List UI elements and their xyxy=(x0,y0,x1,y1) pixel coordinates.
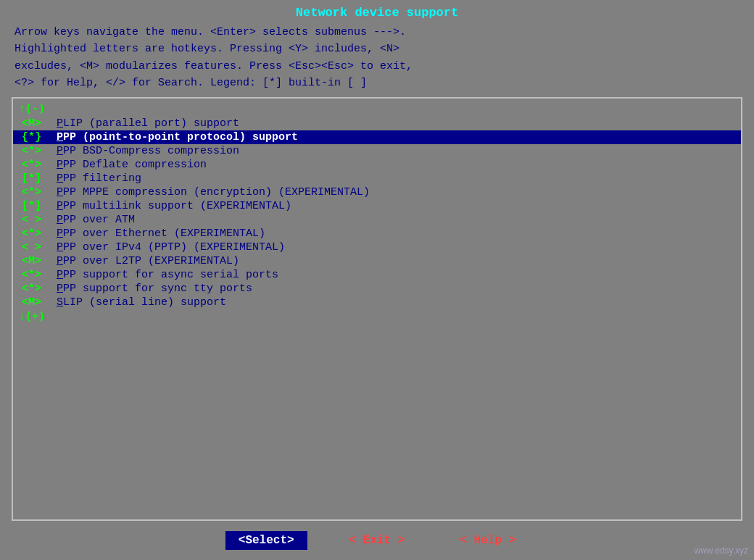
header-area: Network device support Arrow keys naviga… xyxy=(0,0,754,94)
item-label: PPP MPPE compression (encryption) (EXPER… xyxy=(57,186,370,198)
item-label: PPP Deflate compression xyxy=(57,159,207,171)
menu-item[interactable]: <M>SLIP (serial line) support xyxy=(13,296,741,309)
item-label: PPP support for sync tty ports xyxy=(57,283,252,295)
item-marker: <*> xyxy=(22,159,57,171)
menu-item[interactable]: <M>PLIP (parallel port) support xyxy=(13,117,741,130)
item-marker: < > xyxy=(22,214,57,226)
item-marker: <*> xyxy=(22,186,57,198)
menu-item[interactable]: <M>PPP over L2TP (EXPERIMENTAL) xyxy=(13,254,741,268)
item-first-letter: P xyxy=(57,200,63,212)
menu-box: ↑(-) <M>PLIP (parallel port) support{*}P… xyxy=(12,97,742,521)
exit-button[interactable]: < Exit > xyxy=(336,531,418,550)
item-first-letter: P xyxy=(57,117,63,130)
item-first-letter: P xyxy=(57,186,63,198)
item-label: PPP (point-to-point protocol) support xyxy=(57,131,298,143)
item-label: PPP over Ethernet (EXPERIMENTAL) xyxy=(57,227,265,240)
item-marker: < > xyxy=(22,241,57,254)
item-label: SLIP (serial line) support xyxy=(57,296,226,309)
info-text: Arrow keys navigate the menu. <Enter> se… xyxy=(14,24,740,91)
item-label: PPP over ATM xyxy=(57,214,135,226)
item-first-letter: P xyxy=(57,131,63,143)
item-first-letter: P xyxy=(57,269,63,281)
scroll-down-indicator: ↓(+) xyxy=(13,309,741,325)
item-first-letter: P xyxy=(57,145,63,157)
item-marker: <M> xyxy=(22,117,57,130)
item-label: PPP over IPv4 (PPTP) (EXPERIMENTAL) xyxy=(57,241,285,254)
menu-list: <M>PLIP (parallel port) support{*}PPP (p… xyxy=(13,117,741,309)
menu-item[interactable]: <*>PPP MPPE compression (encryption) (EX… xyxy=(13,185,741,199)
item-marker: <M> xyxy=(22,255,57,267)
item-label: PPP over L2TP (EXPERIMENTAL) xyxy=(57,255,239,267)
watermark: www.edsy.xyz xyxy=(695,546,748,556)
item-marker: [*] xyxy=(22,200,57,212)
item-label: PPP BSD-Compress compression xyxy=(57,145,239,157)
item-first-letter: P xyxy=(57,227,63,240)
item-marker: <*> xyxy=(22,269,57,281)
footer-area: <Select> < Exit > < Help > xyxy=(0,524,754,560)
item-first-letter: S xyxy=(57,296,63,309)
item-label: PPP multilink support (EXPERIMENTAL) xyxy=(57,200,291,212)
menu-item[interactable]: <*>PPP over Ethernet (EXPERIMENTAL) xyxy=(13,227,741,241)
item-label: PLIP (parallel port) support xyxy=(57,117,239,130)
menu-item[interactable]: < >PPP over ATM xyxy=(13,213,741,227)
item-marker: <M> xyxy=(22,296,57,309)
menu-item[interactable]: <*>PPP support for async serial ports xyxy=(13,268,741,282)
menu-item[interactable]: [*]PPP multilink support (EXPERIMENTAL) xyxy=(13,199,741,213)
select-button[interactable]: <Select> xyxy=(225,531,307,550)
scroll-up-indicator: ↑(-) xyxy=(13,101,741,117)
item-first-letter: P xyxy=(57,159,63,171)
menu-item[interactable]: < >PPP over IPv4 (PPTP) (EXPERIMENTAL) xyxy=(13,241,741,254)
item-marker: {*} xyxy=(22,131,57,143)
item-first-letter: P xyxy=(57,255,63,267)
item-marker: [*] xyxy=(22,172,57,185)
item-label: PPP filtering xyxy=(57,172,141,185)
item-first-letter: P xyxy=(57,172,63,185)
menu-item[interactable]: {*}PPP (point-to-point protocol) support xyxy=(13,130,741,144)
menu-item[interactable]: [*]PPP filtering xyxy=(13,172,741,185)
item-label: PPP support for async serial ports xyxy=(57,269,278,281)
item-marker: <*> xyxy=(22,283,57,295)
menu-item[interactable]: <*>PPP Deflate compression xyxy=(13,158,741,172)
menu-item[interactable]: <*>PPP support for sync tty ports xyxy=(13,282,741,296)
screen: Network device support Arrow keys naviga… xyxy=(0,0,754,560)
item-first-letter: P xyxy=(57,241,63,254)
item-first-letter: P xyxy=(57,283,63,295)
item-marker: <*> xyxy=(22,145,57,157)
item-marker: <*> xyxy=(22,227,57,240)
menu-item[interactable]: <*>PPP BSD-Compress compression xyxy=(13,144,741,158)
help-button[interactable]: < Help > xyxy=(447,531,529,550)
page-title: Network device support xyxy=(14,6,740,20)
item-first-letter: P xyxy=(57,214,63,226)
